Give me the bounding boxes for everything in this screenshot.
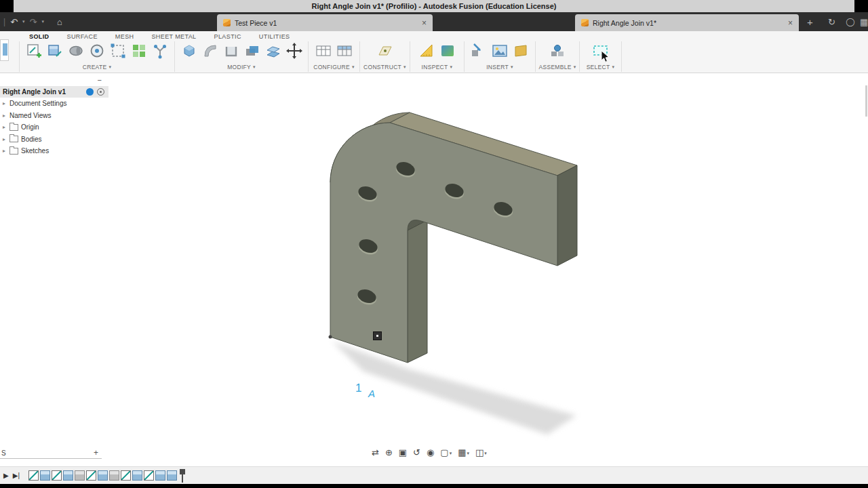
new-tab-button[interactable]: + — [807, 12, 813, 31]
fillet-icon[interactable] — [201, 42, 219, 60]
create-sketch-icon[interactable] — [25, 42, 43, 60]
sketch-point-marker[interactable] — [373, 331, 382, 340]
folder-icon — [9, 136, 18, 142]
timeline-feature[interactable] — [52, 470, 62, 481]
decal-icon[interactable] — [512, 42, 530, 60]
inspect-dropdown[interactable]: INSPECT ▾ — [422, 64, 453, 72]
timeline-feature[interactable] — [75, 470, 85, 481]
account-icon[interactable]: ◯ — [846, 12, 854, 31]
caret-down-icon: ▾ — [253, 64, 256, 70]
ribbon-tab-strip: SOLID SURFACE MESH SHEET METAL PLASTIC U… — [0, 31, 868, 41]
assemble-dropdown[interactable]: ASSEMBLE ▾ — [538, 64, 576, 72]
timeline-feature[interactable] — [109, 470, 119, 481]
pattern-icon[interactable] — [109, 42, 127, 60]
timeline-feature[interactable] — [28, 470, 39, 481]
apps-grid-icon[interactable]: ▦ — [860, 12, 868, 31]
tab-mesh[interactable]: MESH — [106, 33, 143, 40]
timeline-feature[interactable] — [98, 470, 108, 481]
document-tab-right-angle-join[interactable]: Right Angle Join v1* × — [575, 14, 799, 31]
inspect-label: INSPECT — [422, 64, 448, 70]
timeline-feature[interactable] — [86, 470, 96, 481]
construct-dropdown[interactable]: CONSTRUCT ▾ — [363, 64, 406, 72]
timeline-feature[interactable] — [144, 470, 154, 481]
modify-dropdown[interactable]: MODIFY ▾ — [227, 64, 256, 72]
zoom-button[interactable]: ⊕ — [385, 447, 393, 458]
rectangular-pattern-icon[interactable] — [130, 42, 148, 60]
timeline-feature[interactable] — [121, 470, 131, 481]
expand-icon[interactable]: ▸ — [1, 136, 7, 142]
close-tab-icon[interactable]: × — [418, 18, 427, 28]
browser-collapse-button[interactable]: − — [98, 76, 102, 84]
insert-derive-icon[interactable] — [470, 42, 488, 60]
press-pull-icon[interactable] — [180, 42, 198, 60]
configure-label: CONFIGURE — [313, 64, 350, 70]
sweep-icon[interactable] — [88, 42, 106, 60]
insert-image-icon[interactable] — [491, 42, 509, 60]
tab-utilities[interactable]: UTILITIES — [250, 33, 299, 40]
offset-face-icon[interactable] — [264, 42, 282, 60]
display-settings-button[interactable]: ▢ ▾ — [440, 447, 452, 458]
measure-icon[interactable] — [418, 42, 435, 60]
browser-item-bodies[interactable]: ▸ Bodies — [0, 134, 108, 146]
document-tab-test-piece[interactable]: Test Piece v1 × — [217, 14, 433, 31]
timeline-feature[interactable] — [63, 470, 73, 481]
create-dropdown[interactable]: CREATE ▾ — [83, 64, 111, 72]
redo-caret-icon[interactable]: ▾ — [41, 19, 44, 24]
construction-plane-icon[interactable] — [376, 42, 394, 60]
undo-button[interactable]: ↶ — [10, 17, 18, 27]
mirror-icon[interactable] — [151, 42, 169, 60]
tab-solid[interactable]: SOLID — [20, 33, 58, 40]
timeline-feature[interactable] — [155, 470, 165, 481]
viewport-canvas[interactable]: 1 A — [0, 73, 868, 468]
timeline-feature[interactable] — [132, 470, 142, 481]
window-corner-left — [0, 0, 14, 12]
revolve-icon[interactable] — [67, 42, 85, 60]
configure-dropdown[interactable]: CONFIGURE ▾ — [313, 64, 355, 72]
browser-item-document-settings[interactable]: ▸ Document Settings — [0, 98, 108, 110]
look-at-button[interactable]: ◉ — [427, 447, 434, 458]
browser-root-row[interactable]: Right Angle Join v1 — [0, 86, 108, 98]
tab-surface[interactable]: SURFACE — [58, 33, 106, 40]
timeline-play-button[interactable]: ▶ — [3, 472, 9, 479]
insert-dropdown[interactable]: INSERT ▾ — [486, 64, 513, 72]
add-icon[interactable]: + — [94, 448, 102, 458]
browser-item-origin[interactable]: ▸ Origin — [0, 121, 108, 134]
expand-icon[interactable]: ▸ — [1, 148, 7, 154]
timeline-feature[interactable] — [167, 470, 177, 481]
configuration-table-icon[interactable] — [336, 42, 353, 60]
layout-grid-button[interactable]: ▦ ▾ — [458, 447, 469, 458]
tab-sheet-metal[interactable]: SHEET METAL — [142, 33, 205, 40]
joint-icon[interactable] — [549, 42, 566, 60]
active-component-radio[interactable] — [97, 88, 104, 96]
move-copy-icon[interactable] — [285, 42, 303, 60]
home-view-button[interactable]: ⌂ — [57, 17, 62, 27]
select-dropdown[interactable]: SELECT ▾ — [587, 64, 615, 72]
browser-item-named-views[interactable]: ▸ Named Views — [0, 110, 108, 122]
fit-button[interactable]: ▣ — [399, 447, 407, 458]
configure-icon[interactable] — [315, 42, 332, 60]
orbit-button[interactable]: ↺ — [413, 447, 420, 458]
timeline-feature[interactable] — [40, 470, 50, 481]
close-tab-icon[interactable]: × — [784, 18, 793, 28]
expand-icon[interactable]: ▸ — [1, 124, 7, 130]
undo-caret-icon[interactable]: ▾ — [22, 19, 25, 24]
expand-icon[interactable]: ▸ — [1, 100, 7, 106]
model-right-angle-bracket[interactable] — [0, 73, 868, 468]
analysis-icon[interactable] — [439, 42, 456, 60]
create-sketch-alt-icon[interactable] — [46, 42, 64, 60]
viewports-button[interactable]: ◫ ▾ — [475, 447, 487, 458]
clipped-toolbar-icon[interactable] — [0, 39, 9, 61]
sync-status-icon[interactable] — [86, 88, 94, 96]
expand-icon[interactable]: ▸ — [1, 113, 7, 119]
pan-button[interactable]: ⇄ — [372, 447, 379, 458]
redo-button[interactable]: ↷ — [30, 17, 37, 27]
sketch-annotation-letter[interactable]: A — [368, 388, 375, 399]
combine-icon[interactable] — [243, 42, 261, 60]
tab-plastic[interactable]: PLASTIC — [205, 33, 250, 40]
history-icon[interactable]: ↻ — [828, 12, 835, 31]
browser-item-sketches[interactable]: ▸ Sketches — [0, 145, 108, 157]
sketch-annotation-number[interactable]: 1 — [355, 382, 361, 395]
shell-icon[interactable] — [222, 42, 240, 60]
timeline-skip-end-button[interactable]: ▶| — [13, 472, 20, 479]
timeline-position-marker[interactable] — [180, 469, 186, 483]
